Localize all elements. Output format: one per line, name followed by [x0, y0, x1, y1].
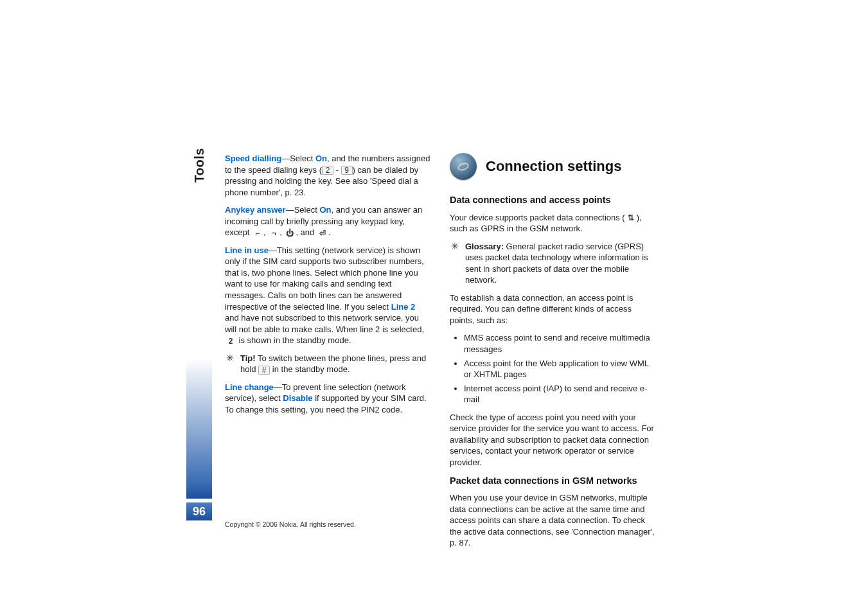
- glossary-label: Glossary:: [465, 242, 504, 251]
- para-check-provider: Check the type of access point you need …: [450, 412, 655, 468]
- list-item: Access point for the Web application to …: [464, 358, 655, 380]
- para-line-in-use: Line in use—This setting (network servic…: [225, 245, 430, 346]
- left-column: Speed dialling—Select On, and the number…: [225, 153, 430, 555]
- key-9-icon: 9: [341, 166, 353, 175]
- para-gsm-connections: When you use your device in GSM networks…: [450, 492, 655, 549]
- setting-name: Anykey answer: [225, 205, 286, 215]
- tip-icon: ✳: [225, 353, 235, 364]
- para-access-point-intro: To establish a data connection, an acces…: [450, 292, 655, 326]
- setting-value: On: [315, 154, 327, 163]
- content-columns: Speed dialling—Select On, and the number…: [225, 153, 655, 555]
- setting-value: Line 2: [391, 302, 416, 312]
- access-point-list: MMS access point to send and receive mul…: [450, 332, 655, 405]
- copyright-line: Copyright © 2006 Nokia. All rights reser…: [225, 520, 356, 528]
- subheading-data-connections: Data connections and access points: [450, 194, 655, 207]
- tip-callout: ✳ Tip! To switch between the phone lines…: [225, 353, 430, 375]
- section-header: Connection settings: [450, 153, 655, 180]
- para-line-change: Line change—To prevent line selection (n…: [225, 382, 430, 416]
- tip-label: Tip!: [240, 353, 256, 363]
- setting-name: Speed dialling: [225, 154, 281, 163]
- softkey-left-icon: ⌐: [252, 229, 263, 238]
- setting-name: Line change: [225, 382, 274, 392]
- tip-body: Tip! To switch between the phone lines, …: [240, 353, 430, 375]
- right-column: Connection settings Data connections and…: [450, 153, 655, 555]
- list-item: MMS access point to send and receive mul…: [464, 332, 655, 355]
- setting-value: On: [319, 205, 331, 215]
- glossary-callout: ✳ Glossary: General packet radio service…: [450, 241, 655, 286]
- hash-key-icon: #: [258, 366, 270, 375]
- side-tab: Tools 96: [186, 148, 212, 520]
- side-gradient: [186, 188, 212, 499]
- subheading-packet-gsm: Packet data connections in GSM networks: [450, 475, 655, 488]
- section-title: Connection settings: [486, 157, 621, 176]
- section-tab-label: Tools: [192, 148, 207, 182]
- key-2-icon: 2: [322, 166, 333, 175]
- para-speed-dialling: Speed dialling—Select On, and the number…: [225, 153, 430, 198]
- glossary-body: Glossary: General packet radio service (…: [465, 241, 655, 286]
- end-key-icon: ⏎: [317, 229, 328, 238]
- globe-icon: [450, 153, 477, 180]
- list-item: Internet access point (IAP) to send and …: [464, 383, 655, 405]
- setting-name: Line in use: [225, 245, 269, 255]
- gprs-indicator-icon: ⇅: [625, 213, 637, 222]
- setting-value: Disable: [283, 393, 312, 403]
- power-key-icon: ⏻: [284, 229, 296, 238]
- softkey-right-icon: ¬: [268, 229, 279, 238]
- para-anykey-answer: Anykey answer—Select On, and you can ans…: [225, 204, 430, 238]
- para-packet-data-support: Your device supports packet data connect…: [450, 212, 655, 235]
- line2-indicator-icon: 2: [225, 337, 236, 346]
- glossary-icon: ✳: [450, 242, 460, 252]
- page-number: 96: [186, 502, 212, 520]
